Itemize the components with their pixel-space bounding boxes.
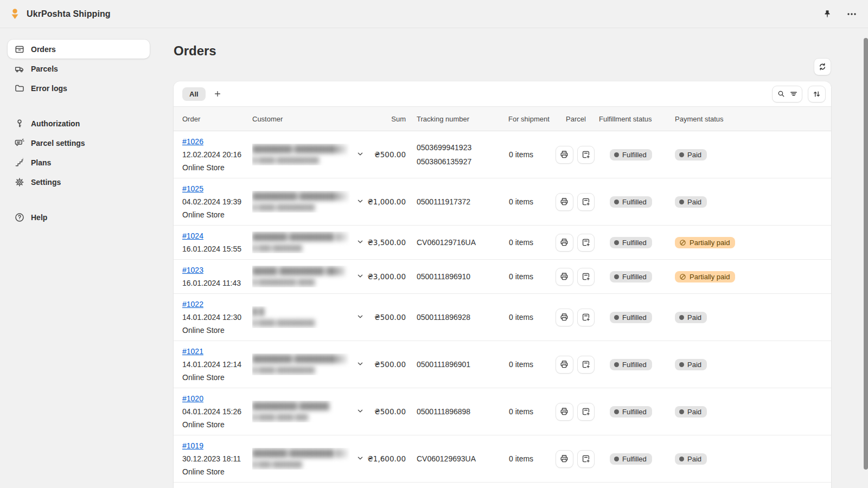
app-title: UkrPoshta Shipping — [27, 9, 111, 19]
tracking-number: 0500111917372 — [417, 197, 470, 206]
print-label-button[interactable] — [556, 268, 573, 286]
sidebar-item-label: Parcels — [31, 65, 58, 73]
order-channel: Online Store — [182, 371, 252, 384]
sidebar-item-parcel-settings[interactable]: Parcel settings — [8, 133, 150, 152]
fulfillment-status-badge: Fulfilled — [610, 453, 652, 465]
print-label-button[interactable] — [556, 309, 573, 326]
sort-button[interactable] — [808, 86, 826, 102]
status-dot-icon — [614, 457, 619, 461]
customer-name-redacted: ███████ █████████ ███ — [252, 232, 350, 242]
tracking-number: 0500111896910 — [417, 272, 470, 281]
chevron-down-icon — [356, 359, 365, 368]
payment-status-badge: Partially paid — [675, 237, 735, 248]
customer-expand-button[interactable] — [356, 272, 365, 280]
sidebar: OrdersParcelsError logsAuthorizationParc… — [0, 29, 157, 488]
scrollbar-thumb[interactable] — [864, 38, 868, 470]
add-view-button[interactable] — [210, 86, 225, 101]
print-label-button[interactable] — [556, 193, 573, 211]
sort-arrows-icon — [812, 89, 821, 99]
more-menu-icon[interactable] — [845, 8, 858, 21]
create-parcel-button[interactable] — [577, 146, 595, 164]
tracking-cell: 0500111896928 — [410, 313, 499, 322]
print-label-button[interactable] — [556, 146, 573, 164]
order-link[interactable]: #1021 — [182, 347, 203, 356]
for-shipment-cell: 0 items — [499, 238, 551, 247]
order-link[interactable]: #1019 — [182, 441, 203, 450]
customer-expand-button[interactable] — [356, 407, 365, 415]
sync-orders-button[interactable] — [814, 58, 831, 75]
search-filter-button[interactable] — [772, 86, 802, 102]
sidebar-item-label: Error logs — [31, 84, 67, 93]
sidebar-item-parcels[interactable]: Parcels — [8, 59, 150, 78]
add-parcel-icon — [581, 197, 591, 207]
add-parcel-icon — [581, 237, 591, 247]
table-row: #102504.02.2024 19:39Online Store███████… — [174, 178, 831, 226]
order-link[interactable]: #1025 — [182, 184, 203, 193]
for-shipment-cell: 0 items — [499, 360, 551, 369]
customer-name-redacted: ████████ ███████████ — [252, 144, 350, 155]
main-content: Orders All — [157, 28, 868, 488]
order-link[interactable]: #1020 — [182, 394, 203, 403]
print-label-button[interactable] — [556, 450, 573, 468]
chevron-down-icon — [356, 312, 365, 321]
order-channel: Online Store — [182, 465, 252, 478]
print-label-button[interactable] — [556, 403, 573, 421]
create-parcel-button[interactable] — [577, 403, 595, 421]
order-link[interactable]: #1022 — [182, 300, 203, 309]
parcel-cell — [551, 403, 595, 421]
pin-icon[interactable] — [821, 8, 833, 20]
sidebar-group: Help — [0, 208, 157, 227]
customer-expand-button[interactable] — [356, 150, 365, 158]
order-date: 04.01.2024 15:26 — [182, 405, 252, 418]
tracking-number: 0500111896901 — [417, 360, 470, 369]
sidebar-item-help[interactable]: Help — [8, 208, 150, 227]
print-label-button[interactable] — [556, 356, 573, 374]
customer-expand-button[interactable] — [356, 197, 365, 206]
sidebar-item-orders[interactable]: Orders — [8, 40, 150, 59]
order-cell: #102004.01.2024 15:26Online Store — [174, 388, 252, 435]
fulfillment-cell: Fulfilled — [595, 196, 671, 208]
customer-name-redacted: █████████ ███████████ — [252, 191, 350, 202]
customer-expand-button[interactable] — [356, 312, 365, 321]
create-parcel-button[interactable] — [577, 309, 595, 326]
chevron-down-icon — [356, 150, 365, 158]
fulfillment-cell: Fulfilled — [595, 406, 671, 418]
order-link[interactable]: #1024 — [182, 232, 203, 240]
printer-icon — [559, 454, 569, 464]
tracking-cell: 0500111896910 — [410, 272, 499, 281]
create-parcel-button[interactable] — [577, 193, 595, 211]
chevron-down-icon — [356, 407, 365, 415]
create-parcel-button[interactable] — [577, 268, 595, 286]
sidebar-item-authorization[interactable]: Authorization — [8, 114, 150, 133]
customer-expand-button[interactable] — [356, 454, 365, 463]
customer-address-redacted: █ ███ ███████ — [252, 459, 350, 470]
sidebar-item-plans[interactable]: Plans — [8, 153, 150, 172]
create-parcel-button[interactable] — [577, 356, 595, 374]
order-link[interactable]: #1026 — [182, 137, 203, 146]
sidebar-item-error-logs[interactable]: Error logs — [8, 79, 150, 98]
topbar: UkrPoshta Shipping — [0, 0, 868, 28]
fulfillment-cell: Fulfilled — [595, 312, 671, 323]
tab-all[interactable]: All — [182, 87, 206, 101]
sidebar-item-settings[interactable]: Settings — [8, 172, 150, 191]
customer-expand-button[interactable] — [356, 359, 365, 368]
create-parcel-button[interactable] — [577, 234, 595, 252]
status-dot-icon — [614, 409, 619, 414]
print-label-button[interactable] — [556, 234, 573, 252]
column-header-fulfillment: Fulfillment status — [595, 115, 671, 123]
order-link[interactable]: #1023 — [182, 266, 203, 274]
tracking-cell: 0500111917372 — [410, 197, 499, 206]
tracking-number: 0503806135927 — [417, 157, 471, 166]
create-parcel-button[interactable] — [577, 450, 595, 468]
fulfillment-status-badge: Fulfilled — [610, 359, 652, 370]
for-shipment-cell: 0 items — [499, 197, 551, 206]
customer-address-redacted: █ ████ ████ ███ — [252, 412, 350, 422]
tracking-number: 0500111896928 — [417, 313, 470, 322]
tracking-number: 0503699941923 — [417, 143, 471, 152]
customer-expand-button[interactable] — [356, 237, 365, 246]
customer-name-redacted: ████████ ███████████ — [252, 354, 350, 364]
gear-icon — [14, 177, 25, 188]
status-dot-icon — [679, 457, 684, 461]
payment-cell: Paid — [671, 312, 831, 323]
chevron-down-icon — [356, 197, 365, 206]
